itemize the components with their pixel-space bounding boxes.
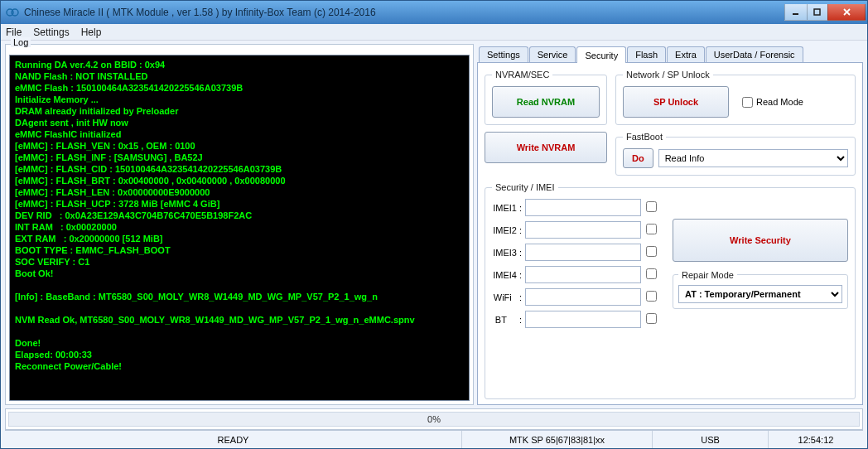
- security-group: Security / IMEI IMEI1 : Write Security R…: [485, 182, 856, 399]
- close-button[interactable]: [827, 4, 866, 21]
- nvram-legend: NVRAM/SEC: [492, 70, 552, 80]
- maximize-button[interactable]: [807, 4, 828, 21]
- app-icon: [6, 6, 19, 19]
- right-panel: Settings Service Security Flash Extra Us…: [477, 44, 863, 405]
- tab-settings[interactable]: Settings: [479, 46, 528, 62]
- imei2-input[interactable]: [525, 221, 641, 239]
- log-textarea[interactable]: Running DA ver.4.2 on BBID : 0x94 NAND F…: [9, 55, 470, 401]
- read-mode-row[interactable]: Read Mode: [742, 97, 803, 108]
- app-window: Chinese Miracle II ( MTK Module , ver 1.…: [0, 0, 868, 449]
- fastboot-do-button[interactable]: Do: [623, 148, 653, 168]
- minimize-button[interactable]: [784, 4, 808, 21]
- progress-container: 0%: [5, 408, 863, 430]
- imei3-input[interactable]: [525, 244, 641, 261]
- svg-rect-3: [814, 9, 820, 15]
- read-mode-checkbox[interactable]: [742, 97, 753, 108]
- read-mode-label: Read Mode: [756, 97, 803, 107]
- fastboot-select[interactable]: Read Info: [658, 149, 848, 167]
- imei1-checkbox[interactable]: [646, 201, 657, 212]
- status-chip: MTK SP 65|67|83|81|xx: [462, 431, 653, 448]
- tab-body: NVRAM/SEC Read NVRAM Network / SP Unlock…: [477, 62, 863, 405]
- repair-mode-group: Repair Mode AT : Temporary/Permanent: [673, 270, 848, 309]
- log-panel: Log Running DA ver.4.2 on BBID : 0x94 NA…: [5, 44, 474, 405]
- menubar: File Settings Help: [1, 24, 867, 41]
- progress-bar: 0%: [8, 412, 860, 427]
- sp-unlock-button[interactable]: SP Unlock: [623, 86, 729, 118]
- write-nvram-button[interactable]: Write NVRAM: [485, 132, 607, 163]
- tab-flash[interactable]: Flash: [627, 46, 666, 62]
- wifi-checkbox[interactable]: [646, 291, 657, 302]
- status-conn: USB: [653, 431, 769, 448]
- menu-file[interactable]: File: [6, 27, 22, 38]
- wifi-input[interactable]: [525, 288, 641, 306]
- svg-point-1: [12, 9, 18, 16]
- imei2-label: IMEI2 :: [492, 225, 525, 235]
- tab-userdata[interactable]: UserData / Forensic: [706, 46, 803, 62]
- status-ready: READY: [5, 431, 462, 448]
- statusbar: READY MTK SP 65|67|83|81|xx USB 12:54:12: [5, 430, 863, 448]
- menu-settings[interactable]: Settings: [33, 27, 69, 38]
- bt-checkbox[interactable]: [646, 313, 657, 324]
- imei3-label: IMEI3 :: [492, 248, 525, 258]
- security-legend: Security / IMEI: [492, 182, 558, 192]
- imei1-input[interactable]: [525, 199, 641, 216]
- bt-input[interactable]: [525, 311, 641, 328]
- imei4-label: IMEI4 :: [492, 270, 525, 280]
- fastboot-group: FastBoot Do Read Info: [615, 132, 856, 176]
- content-row: Log Running DA ver.4.2 on BBID : 0x94 NA…: [5, 44, 863, 405]
- network-group: Network / SP Unlock SP Unlock Read Mode: [615, 70, 856, 125]
- bt-label: BT :: [492, 315, 525, 325]
- window-controls: [785, 4, 866, 21]
- write-security-button[interactable]: Write Security: [673, 219, 848, 262]
- fastboot-legend: FastBoot: [623, 132, 666, 142]
- tab-service[interactable]: Service: [529, 46, 576, 62]
- log-label: Log: [11, 37, 31, 47]
- imei4-input[interactable]: [525, 266, 641, 283]
- window-title: Chinese Miracle II ( MTK Module , ver 1.…: [24, 7, 785, 18]
- read-nvram-button[interactable]: Read NVRAM: [492, 86, 600, 118]
- status-time: 12:54:12: [769, 431, 863, 448]
- network-legend: Network / SP Unlock: [623, 70, 713, 80]
- menu-help[interactable]: Help: [81, 27, 102, 38]
- repair-mode-select[interactable]: AT : Temporary/Permanent: [678, 285, 842, 303]
- nvram-group: NVRAM/SEC Read NVRAM: [485, 70, 607, 125]
- imei4-checkbox[interactable]: [646, 268, 657, 279]
- imei1-label: IMEI1 :: [492, 203, 525, 213]
- tab-strip: Settings Service Security Flash Extra Us…: [477, 44, 863, 62]
- titlebar: Chinese Miracle II ( MTK Module , ver 1.…: [1, 1, 867, 24]
- repair-mode-legend: Repair Mode: [678, 270, 737, 280]
- main-area: Log Running DA ver.4.2 on BBID : 0x94 NA…: [1, 41, 867, 448]
- wifi-label: WiFi :: [492, 292, 525, 302]
- tab-extra[interactable]: Extra: [667, 46, 705, 62]
- imei2-checkbox[interactable]: [646, 224, 657, 234]
- imei3-checkbox[interactable]: [646, 246, 657, 257]
- tab-security[interactable]: Security: [576, 46, 626, 63]
